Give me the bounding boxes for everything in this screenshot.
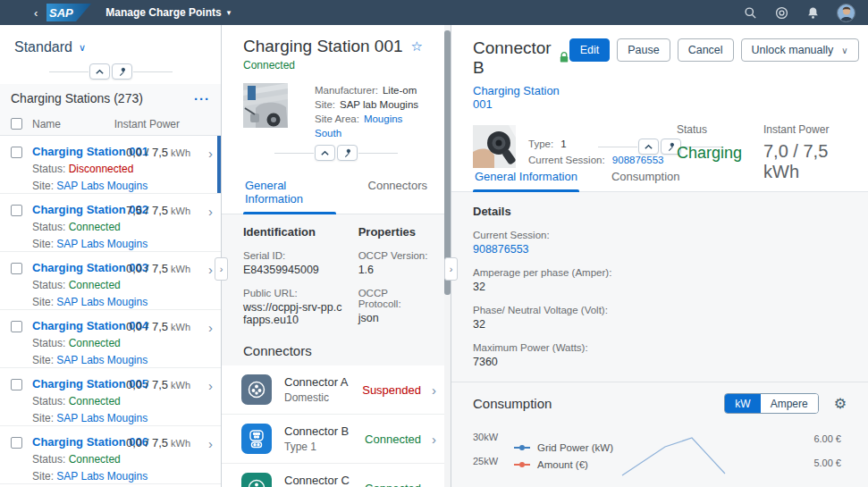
row-checkbox[interactable] — [11, 321, 22, 332]
tab[interactable]: General Information — [473, 164, 579, 191]
chevron-right-icon[interactable]: › — [208, 436, 213, 451]
variant-selector[interactable]: Standard ∨ — [0, 25, 221, 59]
scrollbar-track[interactable] — [444, 25, 451, 487]
back-icon[interactable]: ‹ — [34, 6, 38, 20]
row-checkbox[interactable] — [11, 147, 22, 158]
copilot-icon[interactable] — [774, 5, 788, 20]
field-label: Maximum Power (Watts): — [473, 342, 847, 353]
grid-power-line-series — [562, 424, 830, 487]
charging-station-list-item[interactable]: Charging Station 001 Status: Disconnecte… — [0, 136, 221, 194]
overflow-menu-icon[interactable]: ··· — [194, 91, 210, 106]
site-link[interactable]: SAP Labs Mougins — [56, 180, 147, 192]
site-label: Site: — [32, 238, 54, 250]
pin-header-button[interactable] — [337, 145, 358, 161]
connector-name: Connector C — [284, 474, 350, 487]
site-link[interactable]: SAP Labs Mougins — [56, 470, 147, 483]
scrollbar-thumb[interactable] — [444, 30, 451, 295]
detail-field: Current Session: 908876553 — [473, 230, 847, 256]
field-value: 32 — [473, 281, 847, 293]
site-link[interactable]: SAP Labs Mougins — [56, 354, 147, 366]
edit-button[interactable]: Edit — [569, 38, 611, 62]
pin-header-button[interactable] — [112, 63, 132, 80]
variant-title[interactable]: Standard — [14, 39, 72, 55]
toggle-kw-button[interactable]: kW — [725, 394, 760, 413]
chevron-right-icon[interactable]: › — [208, 378, 213, 393]
identification-field: Public URL: wss://ocppj-srv-pp.cfapps.eu… — [243, 288, 351, 326]
station-site-line: Site: SAP Labs Mougins — [32, 238, 148, 250]
chevron-down-icon: ∨ — [841, 46, 847, 55]
cancel-button[interactable]: Cancel — [678, 38, 734, 62]
row-checkbox[interactable] — [11, 379, 22, 390]
status-label: Status: — [32, 395, 65, 407]
charging-station-list-item[interactable]: Charging Station 006 Status: Connected S… — [0, 426, 221, 484]
parent-station-link[interactable]: Charging Station 001 — [473, 84, 569, 111]
pause-button[interactable]: Pause — [617, 38, 670, 62]
tab[interactable]: Connectors — [367, 172, 429, 214]
app-title-caret-icon[interactable]: ▾ — [227, 8, 232, 17]
connector-status: Connected — [365, 432, 421, 446]
connector-list-item[interactable]: Connector B Type 1 Connected › — [222, 415, 451, 464]
charging-station-list-item[interactable]: Charging Station 005 Status: Connected S… — [0, 368, 221, 426]
row-checkbox[interactable] — [11, 205, 22, 216]
connector-list-item[interactable]: Connector A Domestic Suspended › — [222, 365, 451, 415]
lock-icon — [559, 51, 569, 66]
type-value: 1 — [560, 139, 566, 149]
chevron-down-icon[interactable]: ∨ — [79, 42, 86, 54]
gear-icon[interactable]: ⚙ — [834, 395, 847, 412]
favorite-star-icon[interactable]: ☆ — [411, 38, 423, 55]
header-field: Site:SAP lab Mougins — [315, 97, 429, 112]
tab[interactable]: General Information — [243, 172, 336, 214]
connector-list-item[interactable]: Connector C Type 2 Connected › — [222, 464, 451, 487]
charging-station-list-item[interactable]: Charging Station 002 Status: Connected S… — [0, 194, 221, 252]
chevron-right-icon[interactable]: › — [208, 204, 213, 219]
app-title[interactable]: Manage Charge Points — [105, 6, 221, 19]
field-label: Manufacturer: — [315, 85, 378, 96]
detail-field: Phase/ Neutral Voltage (Volt): 32 — [473, 305, 847, 331]
station-photo — [243, 83, 288, 128]
property-field: OCCP Version: 1.6 — [358, 250, 429, 276]
chevron-right-icon[interactable]: › — [432, 432, 436, 447]
tab[interactable]: Consumption — [610, 164, 682, 191]
section-divider — [451, 382, 868, 382]
sap-logo[interactable]: SAP — [46, 4, 91, 21]
y-axis-tick-left: 25kW — [473, 456, 498, 466]
field-label: OCCP Protocoll: — [358, 288, 429, 309]
site-link[interactable]: SAP Labs Mougins — [56, 238, 147, 250]
field-value: json — [358, 312, 429, 324]
user-avatar[interactable] — [837, 4, 855, 22]
charging-station-list-item[interactable]: Charging Station 004 Status: Connected S… — [0, 310, 221, 368]
station-site-line: Site: SAP Labs Mougins — [32, 470, 148, 483]
properties-section-header: Properties — [358, 225, 429, 239]
expand-left-panel-button[interactable]: › — [215, 257, 228, 281]
row-checkbox[interactable] — [11, 437, 22, 449]
station-status-value: Connected — [69, 395, 121, 407]
station-detail-panel: Charging Station 001 ☆ Connected — [222, 25, 451, 487]
status-label: Status: — [32, 163, 65, 175]
property-field: OCCP Protocoll: json — [358, 288, 429, 324]
chevron-right-icon[interactable]: › — [208, 320, 213, 335]
collapse-header-button[interactable] — [89, 63, 110, 80]
unlock-manually-button[interactable]: Unlock manually ∨ — [741, 38, 859, 62]
status-label: Status: — [32, 337, 65, 349]
collapse-header-button[interactable] — [315, 145, 335, 161]
row-checkbox[interactable] — [11, 263, 22, 274]
connector-name: Connector A — [284, 375, 349, 389]
site-link[interactable]: SAP Labs Mougins — [56, 412, 147, 424]
instant-power-cell: 0,0 / 7,5kWh — [126, 436, 190, 449]
charging-station-list-item[interactable]: Charging Station 003 Status: Connected S… — [0, 252, 221, 310]
select-all-checkbox[interactable] — [11, 118, 22, 130]
search-icon[interactable] — [743, 5, 757, 20]
chevron-right-icon[interactable]: › — [432, 481, 436, 487]
field-label: Site: — [315, 99, 335, 110]
y-axis-tick-right: 6.00 € — [813, 433, 841, 444]
site-link[interactable]: SAP Labs Mougins — [56, 296, 147, 308]
chevron-right-icon[interactable]: › — [208, 262, 213, 277]
toggle-ampere-button[interactable]: Ampere — [761, 394, 818, 413]
station-status-line: Status: Disconnected — [32, 163, 148, 175]
notifications-bell-icon[interactable] — [805, 5, 820, 20]
power-unit: kWh — [171, 380, 190, 390]
expand-middle-panel-button[interactable]: › — [444, 257, 458, 281]
chevron-right-icon[interactable]: › — [432, 382, 436, 398]
connector-type: Type 1 — [284, 441, 349, 453]
chevron-right-icon[interactable]: › — [208, 146, 213, 161]
